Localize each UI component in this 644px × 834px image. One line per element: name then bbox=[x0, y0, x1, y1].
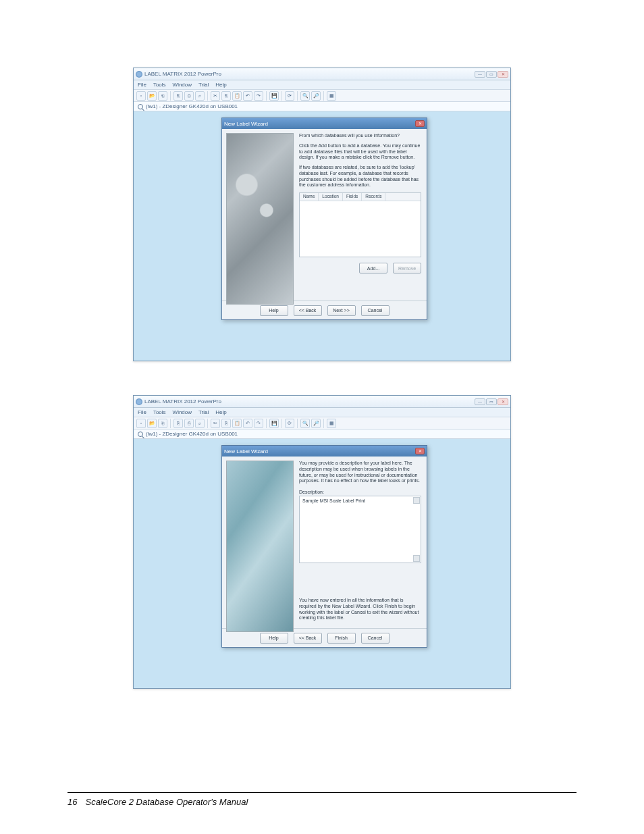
tb-close-icon[interactable]: ⎗ bbox=[158, 419, 167, 428]
wizard-titlebar: New Label Wizard ✕ bbox=[222, 446, 427, 457]
new-label-wizard: New Label Wizard ✕ From which databases … bbox=[221, 118, 427, 320]
menu-window[interactable]: Window bbox=[173, 82, 192, 88]
tb-save-icon[interactable]: 💾 bbox=[269, 419, 279, 428]
printer-label: (lw1) - ZDesigner GK420d on USB001 bbox=[146, 431, 238, 437]
menubar: File Tools Window Trial Help bbox=[134, 80, 510, 90]
page-footer: 16 ScaleCore 2 Database Operator's Manua… bbox=[68, 792, 576, 807]
toolbar: ▫ 📂 ⎗ ⎘ ⎙ ⌕ ✂ ⎘ 📋 ↶ ↷ 💾 ⟳ 🔍 🔎 ▦ bbox=[134, 417, 510, 429]
tb-sep bbox=[323, 91, 324, 101]
scroll-down-icon[interactable] bbox=[413, 555, 420, 562]
tb-paste-icon[interactable]: 📋 bbox=[232, 91, 242, 101]
maximize-button[interactable]: ▭ bbox=[486, 71, 497, 78]
tb-undo-icon[interactable]: ↶ bbox=[243, 419, 252, 428]
tb-grid-icon[interactable]: ▦ bbox=[327, 91, 336, 101]
page-number: 16 bbox=[68, 797, 77, 807]
tb-zoomin-icon[interactable]: 🔎 bbox=[311, 419, 321, 428]
menubar: File Tools Window Trial Help bbox=[134, 408, 510, 417]
wizard-image bbox=[226, 133, 294, 305]
wizard-desc-instruction: You may provide a description for your l… bbox=[299, 461, 421, 484]
printer-label: (lw1) - ZDesigner GK420d on USB001 bbox=[146, 103, 238, 109]
tb-sep bbox=[207, 419, 208, 428]
tb-redo-icon[interactable]: ↷ bbox=[254, 91, 263, 101]
wizard-close-button[interactable]: ✕ bbox=[415, 120, 425, 127]
tb-cut-icon[interactable]: ✂ bbox=[211, 91, 220, 101]
maximize-button[interactable]: ▭ bbox=[486, 398, 497, 405]
tb-print-icon[interactable]: ⎙ bbox=[184, 419, 194, 428]
infobar: (lw1) - ZDesigner GK420d on USB001 bbox=[134, 429, 510, 439]
tb-new-icon[interactable]: ▫ bbox=[136, 91, 146, 101]
tb-sep bbox=[266, 91, 267, 101]
menu-file[interactable]: File bbox=[138, 409, 146, 415]
app-title: LABEL MATRIX 2012 PowerPro bbox=[144, 71, 221, 77]
menu-help[interactable]: Help bbox=[215, 409, 226, 415]
help-button[interactable]: Help bbox=[260, 633, 288, 644]
cancel-button[interactable]: Cancel bbox=[361, 305, 390, 316]
tb-zoomout-icon[interactable]: 🔍 bbox=[300, 419, 310, 428]
tb-refresh-icon[interactable]: ⟳ bbox=[285, 419, 294, 428]
workspace-canvas: New Label Wizard ✕ You may provide a des… bbox=[134, 439, 510, 688]
minimize-button[interactable]: — bbox=[475, 71, 485, 78]
tb-newdoc-icon[interactable]: ⎘ bbox=[173, 419, 183, 428]
menu-tools[interactable]: Tools bbox=[153, 82, 166, 88]
description-label: Description: bbox=[299, 490, 421, 494]
tb-zoomin-icon[interactable]: 🔎 bbox=[311, 91, 321, 101]
tb-newdoc-icon[interactable]: ⎘ bbox=[173, 91, 183, 101]
wizard-instruction-1: Click the Add button to add a database. … bbox=[299, 143, 421, 161]
remove-button[interactable]: Remove bbox=[393, 263, 421, 273]
tb-save-icon[interactable]: 💾 bbox=[269, 91, 279, 101]
document-page: LABEL MATRIX 2012 PowerPro — ▭ ✕ File To… bbox=[0, 0, 644, 834]
app-icon bbox=[136, 71, 142, 78]
tb-paste-icon[interactable]: 📋 bbox=[232, 419, 242, 428]
wizard-question: From which databases will you use inform… bbox=[299, 133, 421, 139]
screenshot-db-step: LABEL MATRIX 2012 PowerPro — ▭ ✕ File To… bbox=[133, 68, 511, 361]
cancel-button[interactable]: Cancel bbox=[361, 633, 390, 644]
tb-sep bbox=[207, 91, 208, 101]
tb-redo-icon[interactable]: ↷ bbox=[254, 419, 263, 428]
tb-refresh-icon[interactable]: ⟳ bbox=[285, 91, 294, 101]
col-records[interactable]: Records bbox=[362, 193, 385, 201]
tb-close-icon[interactable]: ⎗ bbox=[158, 91, 167, 101]
menu-help[interactable]: Help bbox=[215, 82, 226, 88]
help-button[interactable]: Help bbox=[260, 305, 288, 316]
scroll-up-icon[interactable] bbox=[413, 497, 420, 504]
tb-cut-icon[interactable]: ✂ bbox=[211, 419, 220, 428]
tb-zoomout-icon[interactable]: 🔍 bbox=[300, 91, 310, 101]
add-button[interactable]: Add... bbox=[359, 263, 387, 273]
description-value: Sample MSI Scale Label Print bbox=[302, 498, 365, 503]
menu-trial[interactable]: Trial bbox=[198, 409, 209, 415]
tb-open-icon[interactable]: 📂 bbox=[147, 419, 157, 428]
tb-preview-icon[interactable]: ⌕ bbox=[195, 419, 205, 428]
minimize-button[interactable]: — bbox=[475, 398, 485, 405]
close-button[interactable]: ✕ bbox=[498, 398, 508, 405]
tb-sep bbox=[297, 91, 298, 101]
menu-file[interactable]: File bbox=[138, 82, 146, 88]
col-name[interactable]: Name bbox=[300, 193, 319, 201]
col-location[interactable]: Location bbox=[319, 193, 343, 201]
tb-sep bbox=[323, 419, 324, 428]
tb-undo-icon[interactable]: ↶ bbox=[243, 91, 252, 101]
tb-preview-icon[interactable]: ⌕ bbox=[195, 91, 205, 101]
back-button[interactable]: << Back bbox=[294, 633, 322, 644]
wizard-title: New Label Wizard bbox=[224, 448, 268, 454]
close-button[interactable]: ✕ bbox=[498, 71, 508, 78]
tb-sep bbox=[170, 91, 171, 101]
next-button[interactable]: Next >> bbox=[327, 305, 356, 316]
back-button[interactable]: << Back bbox=[294, 305, 322, 316]
description-input[interactable]: Sample MSI Scale Label Print bbox=[299, 496, 421, 563]
tb-sep bbox=[170, 419, 171, 428]
menu-window[interactable]: Window bbox=[173, 409, 192, 415]
finish-button[interactable]: Finish bbox=[327, 633, 356, 644]
magnifier-icon bbox=[138, 432, 143, 437]
tb-print-icon[interactable]: ⎙ bbox=[184, 91, 194, 101]
tb-grid-icon[interactable]: ▦ bbox=[327, 419, 336, 428]
tb-copy-icon[interactable]: ⎘ bbox=[221, 91, 231, 101]
app-titlebar: LABEL MATRIX 2012 PowerPro — ▭ ✕ bbox=[134, 68, 510, 80]
tb-sep bbox=[281, 91, 282, 101]
tb-open-icon[interactable]: 📂 bbox=[147, 91, 157, 101]
menu-tools[interactable]: Tools bbox=[153, 409, 166, 415]
tb-copy-icon[interactable]: ⎘ bbox=[221, 419, 231, 428]
menu-trial[interactable]: Trial bbox=[198, 82, 209, 88]
tb-new-icon[interactable]: ▫ bbox=[136, 419, 146, 428]
col-fields[interactable]: Fields bbox=[343, 193, 362, 201]
wizard-close-button[interactable]: ✕ bbox=[415, 448, 425, 454]
